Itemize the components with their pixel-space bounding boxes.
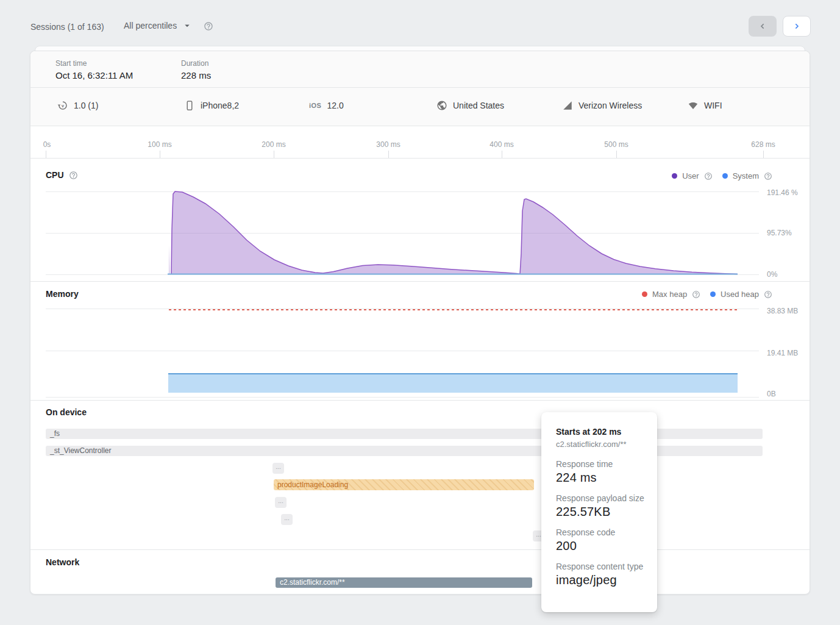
- timeline-tick: [763, 151, 764, 158]
- timeline-tick-label: 200 ms: [262, 140, 285, 149]
- wifi-icon: [688, 100, 699, 111]
- chevron-right-icon: [792, 21, 802, 31]
- device-model-icon: [184, 100, 195, 111]
- session-card-header-background: [30, 51, 810, 126]
- memory-axis-max-label: 38.83 MB: [767, 306, 802, 316]
- memory-section-title: Memory: [46, 289, 79, 299]
- device-country: United States: [436, 99, 504, 112]
- network-request-bar[interactable]: c2.staticflickr.com/**: [276, 577, 532, 588]
- user-legend-label: User: [682, 171, 699, 180]
- timeline-tick-label: 0s: [43, 140, 51, 149]
- tooltip-start-time: Starts at 202 ms: [556, 427, 645, 437]
- session-card: Start time Oct 16, 6:32:11 AM Duration 2…: [30, 51, 810, 595]
- start-time-value: Oct 16, 6:32:11 AM: [55, 70, 133, 80]
- tooltip-field-label: Response code: [556, 527, 645, 537]
- cpu-user-area: [168, 191, 738, 274]
- start-time-label: Start time: [55, 59, 87, 68]
- chevron-left-icon: [758, 21, 767, 31]
- timeline-tick-label: 628 ms: [751, 140, 775, 149]
- divider: [30, 158, 810, 159]
- radio-value: WIFI: [704, 101, 722, 110]
- cpu-legend: User System: [672, 171, 772, 180]
- carrier-value: Verizon Wireless: [578, 101, 642, 110]
- percentile-dropdown-label: All percentiles: [124, 21, 177, 30]
- collapsed-trace-chip[interactable]: ...: [275, 497, 287, 508]
- max-heap-legend-label: Max heap: [652, 290, 687, 299]
- timeline-tick: [616, 151, 617, 158]
- tooltip-field-value: 225.57KB: [556, 505, 645, 519]
- max-heap-legend-dot: [642, 291, 647, 297]
- tooltip-field-label: Response content type: [556, 562, 645, 571]
- svg-text:v: v: [62, 104, 64, 109]
- duration-value: 228 ms: [181, 70, 211, 80]
- percentile-dropdown[interactable]: All percentiles: [124, 20, 193, 31]
- carrier-signal-icon: [562, 100, 573, 111]
- used-heap-band[interactable]: [168, 373, 738, 393]
- on-device-section-title: On device: [46, 407, 87, 417]
- on-device-title-text: On device: [46, 407, 87, 417]
- app-version-value: 1.0 (1): [74, 101, 98, 110]
- tooltip-url: c2.staticflickr.com/**: [556, 440, 645, 449]
- network-title-text: Network: [46, 557, 79, 567]
- device-carrier: Verizon Wireless: [562, 99, 642, 112]
- cpu-axis-max-label: 191.46 %: [767, 188, 802, 198]
- device-os: iOS 12.0: [309, 99, 344, 112]
- timeline-tick: [388, 151, 389, 158]
- duration-label: Duration: [181, 59, 208, 68]
- cpu-legend-user: User: [672, 171, 712, 180]
- divider: [30, 87, 810, 88]
- sessions-help-icon[interactable]: [204, 21, 213, 31]
- next-session-button[interactable]: [783, 16, 811, 37]
- memory-gridline: [46, 351, 759, 351]
- user-help-icon[interactable]: [704, 172, 713, 180]
- device-radio: WIFI: [688, 99, 722, 112]
- country-value: United States: [453, 101, 504, 110]
- cpu-legend-system: System: [722, 171, 772, 180]
- memory-axis-mid-label: 19.41 MB: [767, 348, 802, 358]
- firebase-performance-session-page: Sessions (1 of 163) All percentiles Star…: [0, 0, 840, 625]
- timeline-tick: [46, 151, 46, 158]
- divider: [30, 281, 810, 282]
- network-section-title: Network: [46, 557, 79, 567]
- device-app-version: v 1.0 (1): [57, 99, 98, 112]
- collapsed-trace-chip[interactable]: ...: [281, 514, 293, 525]
- memory-gridline: [46, 397, 759, 398]
- tooltip-field-value: 200: [556, 539, 645, 553]
- app-version-icon: v: [57, 100, 68, 111]
- trace-bar-product-image-loading[interactable]: productImageLoading: [274, 479, 534, 490]
- user-legend-dot: [672, 173, 677, 179]
- system-legend-label: System: [733, 171, 759, 180]
- collapsed-trace-chip[interactable]: ...: [272, 463, 284, 474]
- memory-legend-max-heap: Max heap: [642, 290, 700, 299]
- cpu-axis-mid-label: 95.73%: [767, 228, 802, 238]
- timeline-tick-label: 500 ms: [604, 140, 628, 149]
- tooltip-field-value: image/jpeg: [556, 573, 645, 587]
- sessions-count-label: Sessions (1 of 163): [30, 22, 104, 32]
- timeline-tick: [160, 151, 160, 158]
- cpu-usage-chart[interactable]: [46, 187, 759, 276]
- cpu-section-title: CPU: [46, 170, 78, 180]
- os-version-value: 12.0: [327, 101, 343, 110]
- used-heap-help-icon[interactable]: [764, 290, 772, 299]
- divider: [30, 549, 810, 550]
- os-icon: iOS: [309, 102, 321, 109]
- previous-session-button[interactable]: [749, 16, 777, 37]
- max-heap-dashed-line[interactable]: [169, 309, 738, 310]
- tooltip-field-label: Response payload size: [556, 493, 645, 503]
- tooltip-field-label: Response time: [556, 459, 645, 469]
- device-model: iPhone8,2: [184, 99, 239, 112]
- divider: [30, 400, 810, 401]
- timeline-tick-label: 400 ms: [489, 140, 513, 149]
- memory-axis-zero-label: 0B: [767, 389, 802, 399]
- network-request-tooltip: Starts at 202 ms c2.staticflickr.com/** …: [541, 412, 657, 612]
- cpu-title-text: CPU: [46, 170, 64, 180]
- used-heap-legend-label: Used heap: [721, 290, 759, 299]
- system-legend-dot: [722, 173, 728, 179]
- system-help-icon[interactable]: [764, 172, 772, 180]
- timeline-tick-label: 100 ms: [148, 140, 171, 149]
- timeline-tick: [274, 151, 274, 158]
- memory-title-text: Memory: [46, 289, 79, 299]
- max-heap-help-icon[interactable]: [692, 290, 700, 299]
- timeline-tick: [502, 151, 502, 158]
- cpu-help-icon[interactable]: [69, 171, 78, 180]
